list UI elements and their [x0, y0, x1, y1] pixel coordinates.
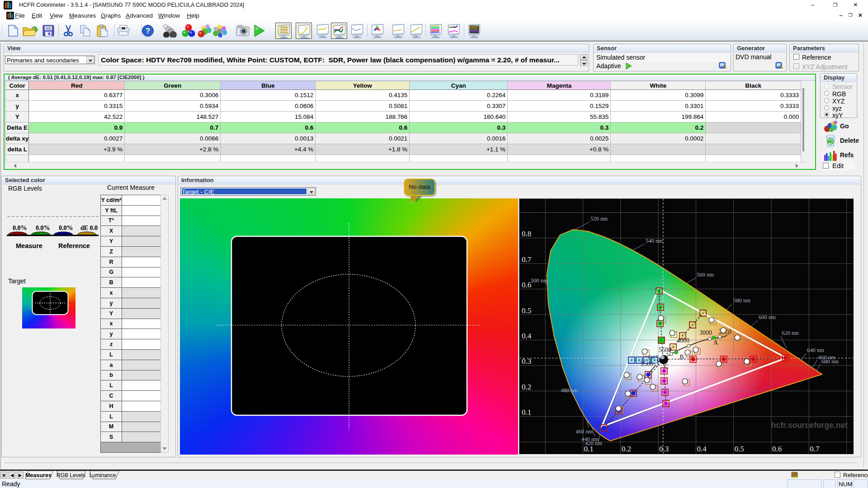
svg-text:5500: 5500 — [659, 347, 671, 353]
svg-text:0.8: 0.8 — [522, 230, 531, 238]
svg-text:0.2: 0.2 — [622, 445, 631, 453]
svg-text:0.5: 0.5 — [522, 306, 531, 315]
svg-text:480 nm: 480 nm — [561, 387, 578, 394]
svg-text:B: B — [679, 354, 684, 361]
svg-text:0.1: 0.1 — [584, 445, 594, 453]
svg-text:600 nm: 600 nm — [759, 314, 776, 320]
svg-text:520 nm: 520 nm — [590, 216, 608, 222]
svg-text:0.7: 0.7 — [522, 255, 532, 264]
svg-text:0.4: 0.4 — [697, 445, 707, 453]
svg-text:Measures: Measures — [25, 472, 52, 479]
svg-text:4000: 4000 — [677, 337, 689, 344]
svg-text:Luminance: Luminance — [90, 472, 116, 479]
svg-text:560 nm: 560 nm — [697, 272, 714, 278]
svg-text:620 nm: 620 nm — [782, 330, 799, 336]
svg-text:540 nm: 540 nm — [646, 238, 663, 244]
svg-text:680 nm: 680 nm — [821, 358, 839, 365]
svg-text:0.6: 0.6 — [772, 445, 782, 453]
svg-text:hcfr.sourceforge.net: hcfr.sourceforge.net — [771, 421, 848, 430]
svg-text:0.3: 0.3 — [522, 357, 531, 366]
svg-text:A: A — [713, 339, 718, 346]
svg-text:640 nm: 640 nm — [807, 347, 824, 353]
svg-text:0.1: 0.1 — [522, 408, 531, 417]
svg-text:RGB Levels: RGB Levels — [57, 472, 85, 479]
svg-text:0.6: 0.6 — [522, 281, 531, 289]
svg-text:460 nm: 460 nm — [576, 428, 593, 435]
svg-text:580 nm: 580 nm — [733, 297, 750, 304]
svg-text:0.2: 0.2 — [522, 383, 531, 391]
svg-text:0.5: 0.5 — [735, 445, 744, 453]
svg-text:0.7: 0.7 — [810, 445, 820, 453]
svg-text:?: ? — [146, 27, 150, 35]
svg-text:0.3: 0.3 — [659, 445, 669, 453]
svg-text:3000: 3000 — [699, 329, 712, 336]
svg-text:0.4: 0.4 — [522, 332, 532, 340]
